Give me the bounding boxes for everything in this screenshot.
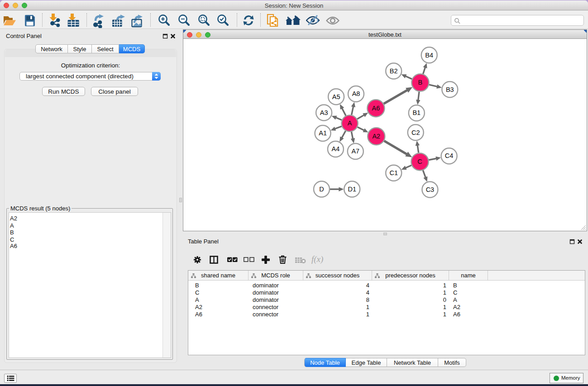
- svg-text:A7: A7: [351, 148, 359, 155]
- svg-text:A6: A6: [372, 105, 380, 112]
- svg-text:A: A: [348, 119, 352, 127]
- svg-text:C3: C3: [426, 186, 435, 193]
- svg-text:B1: B1: [412, 109, 421, 116]
- svg-text:A4: A4: [332, 145, 340, 152]
- svg-text:B2: B2: [390, 67, 398, 75]
- svg-text:C2: C2: [411, 129, 420, 136]
- svg-text:C4: C4: [445, 152, 454, 159]
- svg-text:C: C: [417, 158, 422, 165]
- svg-text:A2: A2: [372, 133, 380, 140]
- svg-text:D1: D1: [348, 186, 356, 193]
- svg-text:A3: A3: [320, 109, 328, 116]
- svg-text:A8: A8: [352, 90, 360, 97]
- svg-text:C1: C1: [389, 169, 398, 176]
- svg-text:A1: A1: [319, 129, 327, 137]
- svg-text:D: D: [319, 186, 324, 193]
- svg-text:A5: A5: [332, 93, 340, 100]
- svg-text:B3: B3: [446, 86, 454, 93]
- svg-text:B: B: [418, 79, 423, 86]
- svg-text:B4: B4: [425, 52, 433, 59]
